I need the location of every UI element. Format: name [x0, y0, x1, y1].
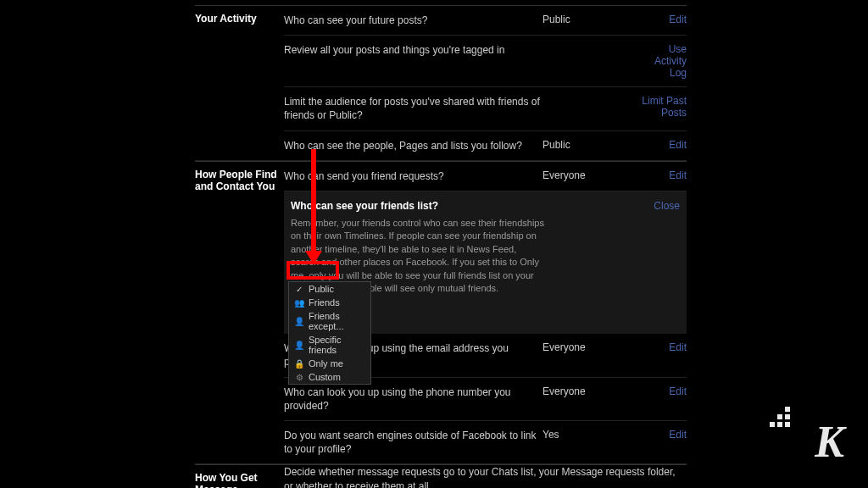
section-title-contact: How People Find and Contact You: [195, 162, 284, 464]
edit-search-engines[interactable]: Edit: [636, 429, 687, 441]
setting-friend-requests: Who can send you friend requests? Everyo…: [284, 162, 687, 191]
edit-lookup-phone[interactable]: Edit: [636, 385, 687, 397]
section-title-activity: Your Activity: [195, 6, 284, 160]
close-expanded[interactable]: Close: [654, 200, 680, 212]
edit-lookup-email[interactable]: Edit: [636, 341, 687, 353]
messages-description: Decide whether message requests go to yo…: [284, 465, 687, 488]
edit-follow-list[interactable]: Edit: [636, 139, 687, 151]
setting-search-engines: Do you want search engines outside of Fa…: [284, 421, 687, 463]
edit-future-posts[interactable]: Edit: [636, 14, 687, 25]
section-messages: How You Get Message Requests Decide whet…: [195, 464, 687, 488]
watermark-logo: K: [815, 420, 844, 464]
check-icon: ✓: [294, 285, 304, 294]
dropdown-option-specific-friends[interactable]: 👤 Specific friends: [289, 333, 370, 357]
dropdown-option-only-me[interactable]: 🔒 Only me: [289, 357, 370, 370]
dropdown-option-friends-except[interactable]: 👤 Friends except...: [289, 309, 370, 333]
dropdown-option-public[interactable]: ✓ Public: [289, 282, 370, 296]
edit-friend-requests[interactable]: Edit: [636, 169, 687, 181]
gear-icon: ⚙: [294, 373, 304, 382]
specific-friends-icon: 👤: [294, 341, 304, 350]
section-contact: How People Find and Contact You Who can …: [195, 161, 687, 465]
setting-review-posts: Review all your posts and things you're …: [284, 36, 687, 87]
setting-follow-list: Who can see the people, Pages and lists …: [284, 131, 687, 160]
watermark-dots: [770, 407, 790, 427]
lock-icon: 🔒: [294, 359, 304, 369]
friends-except-icon: 👤: [294, 317, 304, 326]
section-title-messages: How You Get Message Requests: [195, 465, 284, 488]
expanded-title: Who can see your friends list?: [291, 200, 438, 212]
setting-future-posts: Who can see your future posts? Public Ed…: [284, 6, 687, 36]
dropdown-option-friends[interactable]: 👥 Friends: [289, 296, 370, 309]
use-activity-log-link[interactable]: Use Activity Log: [636, 43, 687, 79]
friends-icon: 👥: [294, 298, 304, 308]
limit-past-posts-link[interactable]: Limit Past Posts: [636, 95, 687, 119]
dropdown-option-custom[interactable]: ⚙ Custom: [289, 370, 370, 384]
section-your-activity: Your Activity Who can see your future po…: [195, 5, 687, 161]
audience-dropdown-menu: ✓ Public 👥 Friends 👤 Friends except... 👤…: [288, 281, 371, 385]
setting-limit-audience: Limit the audience for posts you've shar…: [284, 87, 687, 130]
